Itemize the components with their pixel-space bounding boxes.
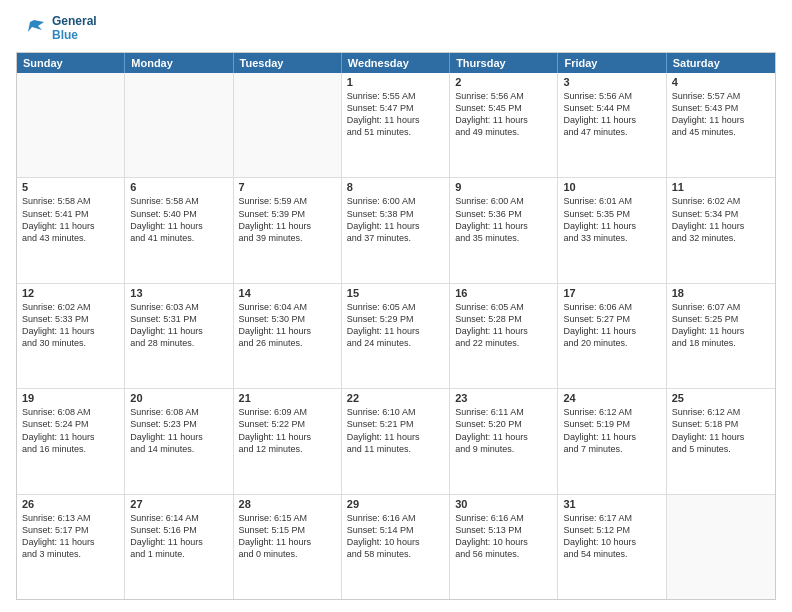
- day-number: 30: [455, 498, 552, 510]
- cal-cell: 28Sunrise: 6:15 AMSunset: 5:15 PMDayligh…: [234, 495, 342, 599]
- cal-cell: 12Sunrise: 6:02 AMSunset: 5:33 PMDayligh…: [17, 284, 125, 388]
- cell-info: Sunrise: 6:14 AMSunset: 5:16 PMDaylight:…: [130, 512, 227, 561]
- cal-row: 5Sunrise: 5:58 AMSunset: 5:41 PMDaylight…: [17, 178, 775, 283]
- cal-cell: 6Sunrise: 5:58 AMSunset: 5:40 PMDaylight…: [125, 178, 233, 282]
- day-number: 15: [347, 287, 444, 299]
- cal-header-day: Saturday: [667, 53, 775, 73]
- cal-cell: 2Sunrise: 5:56 AMSunset: 5:45 PMDaylight…: [450, 73, 558, 177]
- day-number: 22: [347, 392, 444, 404]
- cal-cell: 21Sunrise: 6:09 AMSunset: 5:22 PMDayligh…: [234, 389, 342, 493]
- cal-cell: 14Sunrise: 6:04 AMSunset: 5:30 PMDayligh…: [234, 284, 342, 388]
- cal-row: 12Sunrise: 6:02 AMSunset: 5:33 PMDayligh…: [17, 284, 775, 389]
- day-number: 14: [239, 287, 336, 299]
- cal-cell: 17Sunrise: 6:06 AMSunset: 5:27 PMDayligh…: [558, 284, 666, 388]
- cal-header-day: Wednesday: [342, 53, 450, 73]
- cell-info: Sunrise: 6:13 AMSunset: 5:17 PMDaylight:…: [22, 512, 119, 561]
- day-number: 2: [455, 76, 552, 88]
- cal-cell: 26Sunrise: 6:13 AMSunset: 5:17 PMDayligh…: [17, 495, 125, 599]
- cell-info: Sunrise: 6:07 AMSunset: 5:25 PMDaylight:…: [672, 301, 770, 350]
- cell-info: Sunrise: 6:04 AMSunset: 5:30 PMDaylight:…: [239, 301, 336, 350]
- cal-cell: 13Sunrise: 6:03 AMSunset: 5:31 PMDayligh…: [125, 284, 233, 388]
- day-number: 29: [347, 498, 444, 510]
- cal-cell: 8Sunrise: 6:00 AMSunset: 5:38 PMDaylight…: [342, 178, 450, 282]
- day-number: 7: [239, 181, 336, 193]
- day-number: 27: [130, 498, 227, 510]
- cell-info: Sunrise: 6:06 AMSunset: 5:27 PMDaylight:…: [563, 301, 660, 350]
- day-number: 13: [130, 287, 227, 299]
- cal-cell: 15Sunrise: 6:05 AMSunset: 5:29 PMDayligh…: [342, 284, 450, 388]
- cell-info: Sunrise: 6:17 AMSunset: 5:12 PMDaylight:…: [563, 512, 660, 561]
- cal-header-day: Sunday: [17, 53, 125, 73]
- cal-cell: 30Sunrise: 6:16 AMSunset: 5:13 PMDayligh…: [450, 495, 558, 599]
- cal-cell: 31Sunrise: 6:17 AMSunset: 5:12 PMDayligh…: [558, 495, 666, 599]
- cal-cell: 29Sunrise: 6:16 AMSunset: 5:14 PMDayligh…: [342, 495, 450, 599]
- day-number: 25: [672, 392, 770, 404]
- cell-info: Sunrise: 5:56 AMSunset: 5:45 PMDaylight:…: [455, 90, 552, 139]
- svg-marker-0: [28, 20, 44, 32]
- cell-info: Sunrise: 6:10 AMSunset: 5:21 PMDaylight:…: [347, 406, 444, 455]
- cell-info: Sunrise: 6:01 AMSunset: 5:35 PMDaylight:…: [563, 195, 660, 244]
- cell-info: Sunrise: 6:00 AMSunset: 5:38 PMDaylight:…: [347, 195, 444, 244]
- day-number: 19: [22, 392, 119, 404]
- cal-cell: 25Sunrise: 6:12 AMSunset: 5:18 PMDayligh…: [667, 389, 775, 493]
- calendar: SundayMondayTuesdayWednesdayThursdayFrid…: [16, 52, 776, 600]
- cal-cell: [234, 73, 342, 177]
- cell-info: Sunrise: 5:55 AMSunset: 5:47 PMDaylight:…: [347, 90, 444, 139]
- day-number: 23: [455, 392, 552, 404]
- day-number: 6: [130, 181, 227, 193]
- day-number: 10: [563, 181, 660, 193]
- day-number: 5: [22, 181, 119, 193]
- cell-info: Sunrise: 6:02 AMSunset: 5:34 PMDaylight:…: [672, 195, 770, 244]
- day-number: 20: [130, 392, 227, 404]
- cell-info: Sunrise: 6:05 AMSunset: 5:29 PMDaylight:…: [347, 301, 444, 350]
- cal-cell: [125, 73, 233, 177]
- cell-info: Sunrise: 6:16 AMSunset: 5:13 PMDaylight:…: [455, 512, 552, 561]
- day-number: 21: [239, 392, 336, 404]
- cal-cell: 10Sunrise: 6:01 AMSunset: 5:35 PMDayligh…: [558, 178, 666, 282]
- cell-info: Sunrise: 5:59 AMSunset: 5:39 PMDaylight:…: [239, 195, 336, 244]
- cell-info: Sunrise: 6:09 AMSunset: 5:22 PMDaylight:…: [239, 406, 336, 455]
- cell-info: Sunrise: 6:08 AMSunset: 5:23 PMDaylight:…: [130, 406, 227, 455]
- cal-cell: 24Sunrise: 6:12 AMSunset: 5:19 PMDayligh…: [558, 389, 666, 493]
- cell-info: Sunrise: 6:16 AMSunset: 5:14 PMDaylight:…: [347, 512, 444, 561]
- logo-text-general: General: [52, 14, 97, 28]
- day-number: 11: [672, 181, 770, 193]
- cal-cell: 20Sunrise: 6:08 AMSunset: 5:23 PMDayligh…: [125, 389, 233, 493]
- cell-info: Sunrise: 5:57 AMSunset: 5:43 PMDaylight:…: [672, 90, 770, 139]
- cal-cell: 5Sunrise: 5:58 AMSunset: 5:41 PMDaylight…: [17, 178, 125, 282]
- day-number: 12: [22, 287, 119, 299]
- cal-cell: [17, 73, 125, 177]
- day-number: 4: [672, 76, 770, 88]
- day-number: 18: [672, 287, 770, 299]
- day-number: 26: [22, 498, 119, 510]
- cal-cell: [667, 495, 775, 599]
- cal-cell: 1Sunrise: 5:55 AMSunset: 5:47 PMDaylight…: [342, 73, 450, 177]
- cal-cell: 18Sunrise: 6:07 AMSunset: 5:25 PMDayligh…: [667, 284, 775, 388]
- cell-info: Sunrise: 6:12 AMSunset: 5:19 PMDaylight:…: [563, 406, 660, 455]
- cal-cell: 11Sunrise: 6:02 AMSunset: 5:34 PMDayligh…: [667, 178, 775, 282]
- day-number: 1: [347, 76, 444, 88]
- logo-text-blue: Blue: [52, 28, 97, 42]
- cell-info: Sunrise: 6:15 AMSunset: 5:15 PMDaylight:…: [239, 512, 336, 561]
- logo-bird-icon: [16, 12, 48, 44]
- cell-info: Sunrise: 6:03 AMSunset: 5:31 PMDaylight:…: [130, 301, 227, 350]
- day-number: 31: [563, 498, 660, 510]
- day-number: 28: [239, 498, 336, 510]
- cal-header-day: Monday: [125, 53, 233, 73]
- cell-info: Sunrise: 5:56 AMSunset: 5:44 PMDaylight:…: [563, 90, 660, 139]
- day-number: 24: [563, 392, 660, 404]
- cell-info: Sunrise: 5:58 AMSunset: 5:41 PMDaylight:…: [22, 195, 119, 244]
- cal-cell: 22Sunrise: 6:10 AMSunset: 5:21 PMDayligh…: [342, 389, 450, 493]
- cal-cell: 4Sunrise: 5:57 AMSunset: 5:43 PMDaylight…: [667, 73, 775, 177]
- cal-header-day: Thursday: [450, 53, 558, 73]
- cal-cell: 9Sunrise: 6:00 AMSunset: 5:36 PMDaylight…: [450, 178, 558, 282]
- day-number: 3: [563, 76, 660, 88]
- cell-info: Sunrise: 6:05 AMSunset: 5:28 PMDaylight:…: [455, 301, 552, 350]
- cal-row: 26Sunrise: 6:13 AMSunset: 5:17 PMDayligh…: [17, 495, 775, 599]
- cal-cell: 7Sunrise: 5:59 AMSunset: 5:39 PMDaylight…: [234, 178, 342, 282]
- cell-info: Sunrise: 6:08 AMSunset: 5:24 PMDaylight:…: [22, 406, 119, 455]
- cell-info: Sunrise: 5:58 AMSunset: 5:40 PMDaylight:…: [130, 195, 227, 244]
- cell-info: Sunrise: 6:02 AMSunset: 5:33 PMDaylight:…: [22, 301, 119, 350]
- cal-cell: 16Sunrise: 6:05 AMSunset: 5:28 PMDayligh…: [450, 284, 558, 388]
- header: General Blue: [16, 12, 776, 44]
